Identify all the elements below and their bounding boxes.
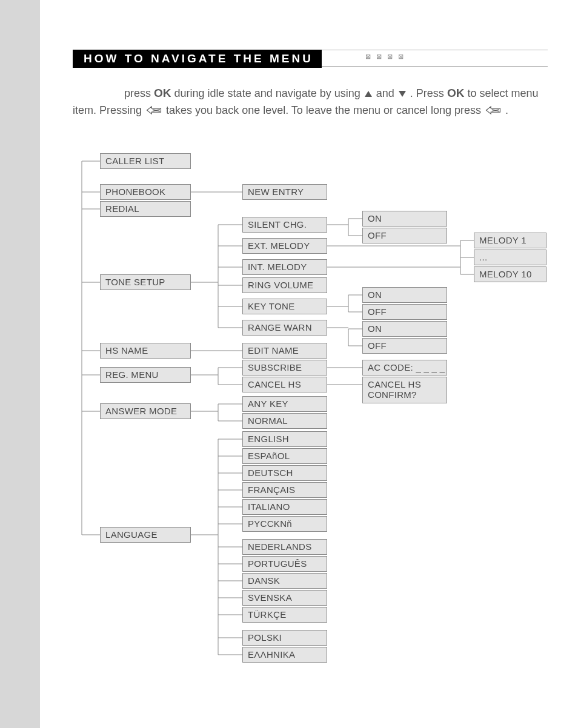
menu-keytone-on: ON	[362, 287, 447, 303]
menu-key-tone: KEY TONE	[242, 299, 327, 314]
title-bar: HOW TO NAVIGATE THE MENU ⊠ ⊠ ⊠ ⊠	[73, 50, 548, 67]
ok-label: OK	[154, 87, 171, 99]
menu-lang-greek: EΛΛHNIKA	[242, 647, 327, 663]
menu-cancel-hs: CANCEL HS	[242, 377, 327, 392]
menu-normal-answer: NORMAL	[242, 413, 327, 429]
menu-redial: REDIAL	[100, 201, 191, 217]
menu-cancelhs-confirm: CANCEL HS CONFIRM?	[362, 377, 447, 403]
menu-language: LANGUAGE	[100, 527, 191, 543]
menu-rangewarn-on: ON	[362, 321, 447, 337]
up-arrow-icon	[365, 91, 372, 97]
menu-caller-list: CALLER LIST	[100, 153, 191, 169]
menu-reg-menu: REG. MENU	[100, 367, 191, 383]
page-gutter	[0, 0, 40, 728]
menu-lang-dansk: DANSK	[242, 573, 327, 589]
menu-keytone-off: OFF	[362, 304, 447, 320]
page-title: HOW TO NAVIGATE THE MENU	[73, 50, 322, 68]
down-arrow-icon	[399, 91, 406, 97]
menu-hs-name: HS NAME	[100, 343, 191, 359]
menu-lang-english: ENGLISH	[242, 431, 327, 447]
intro-part: .	[505, 104, 508, 116]
menu-range-warn: RANGE WARN	[242, 320, 327, 336]
menu-melody-1: MELODY 1	[474, 233, 546, 248]
menu-melody-ellipsis: ...	[474, 250, 546, 265]
menu-silent-off: OFF	[362, 228, 447, 243]
menu-answer-mode: ANSWER MODE	[100, 403, 191, 419]
menu-any-key: ANY KEY	[242, 396, 327, 412]
menu-lang-francais: FRANÇAIS	[242, 482, 327, 498]
page-mark: ⊠ ⊠ ⊠ ⊠	[365, 53, 405, 61]
menu-silent-on: ON	[362, 211, 447, 227]
back-icon	[146, 103, 162, 120]
intro-part: during idle state and navigate by using	[174, 87, 364, 99]
intro-part: . Press	[410, 87, 447, 99]
menu-rangewarn-off: OFF	[362, 338, 447, 354]
intro-text: press OK during idle state and navigate …	[73, 85, 542, 120]
menu-lang-deutsch: DEUTSCH	[242, 465, 327, 481]
menu-ac-code: AC CODE: _ _ _ _	[362, 360, 447, 376]
menu-phonebook: PHONEBOOK	[100, 184, 191, 200]
menu-lang-nederlands: NEDERLANDS	[242, 539, 327, 555]
intro-part: takes you back one level. To leave the m…	[166, 104, 484, 116]
menu-lang-espanol: ESPAñOL	[242, 448, 327, 464]
menu-ring-volume: RING VOLUME	[242, 277, 327, 293]
menu-silent-chg: SILENT CHG.	[242, 217, 327, 233]
menu-subscribe: SUBSCRIBE	[242, 360, 327, 376]
menu-lang-portugues: PORTUGUÊS	[242, 556, 327, 572]
menu-edit-name: EDIT NAME	[242, 343, 327, 359]
menu-melody-10: MELODY 10	[474, 266, 546, 282]
back-icon	[485, 103, 501, 120]
menu-lang-russian: PYCCKNň	[242, 516, 327, 532]
menu-int-melody: INT. MELODY	[242, 259, 327, 275]
menu-lang-turkce: TÜRKÇE	[242, 607, 327, 623]
ok-label: OK	[447, 87, 465, 99]
menu-lang-polski: POLSKI	[242, 630, 327, 646]
menu-lang-italiano: ITALIANO	[242, 499, 327, 515]
menu-tone-setup: TONE SETUP	[100, 274, 191, 290]
menu-new-entry: NEW ENTRY	[242, 184, 327, 200]
intro-part: and	[376, 87, 397, 99]
intro-part: press	[124, 87, 154, 99]
menu-ext-melody: EXT. MELODY	[242, 238, 327, 254]
menu-lang-svenska: SVENSKA	[242, 590, 327, 606]
